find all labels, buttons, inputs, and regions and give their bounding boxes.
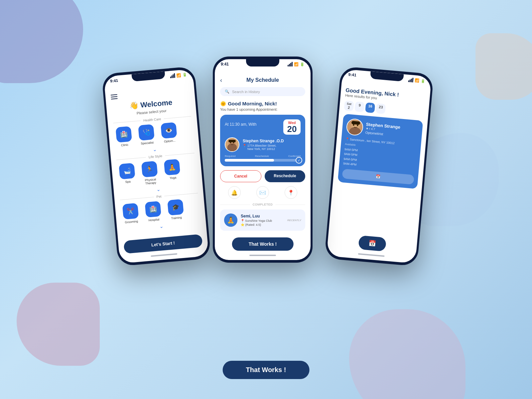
clinic-icon: 🏥	[115, 126, 132, 143]
book-icon: 📅	[376, 174, 381, 179]
notch-center	[246, 59, 279, 66]
label-reschedule: Reschedule	[255, 155, 269, 158]
card-top: At 11:30 am, With Wed 20	[225, 119, 301, 135]
right-doctor-avatar	[346, 118, 364, 136]
cal-day-sat[interactable]: Sat 2	[344, 100, 354, 111]
category-yoga[interactable]: 🧘 Yoga	[162, 159, 183, 184]
notification-button[interactable]: 🔔	[228, 186, 241, 199]
time-center: 9:41	[221, 62, 229, 66]
doctor-face-svg	[225, 137, 239, 152]
right-result-card: Stephen Strange ★ r 4.7 Optometirist 📍 S…	[337, 114, 423, 189]
completed-divider: COMPLETED	[220, 203, 305, 206]
wifi-center: 📶	[294, 62, 299, 66]
wifi-right: 📶	[414, 78, 419, 83]
completed-name: Semi, Luu	[241, 214, 272, 218]
action-buttons: Cancel Reschedule	[220, 170, 305, 182]
battery-icon: 🔋	[182, 72, 187, 77]
category-clinic[interactable]: 🏥 Clinic	[113, 126, 134, 148]
location-button[interactable]: 📍	[285, 186, 297, 199]
phone-left-screen: 9:41 📶 🔋	[104, 69, 209, 263]
center-title: My Schedule	[246, 77, 279, 83]
cal-day-9[interactable]: 9	[354, 101, 365, 112]
doctor-avatar	[225, 137, 239, 152]
home-indicator-center	[249, 255, 276, 256]
category-specialist[interactable]: 🩺 Specialist	[136, 124, 157, 146]
message-button[interactable]: ✉️	[256, 186, 269, 199]
cancel-button[interactable]: Cancel	[220, 170, 261, 182]
physical-therapy-icon: 🏃	[141, 161, 158, 178]
progress-labels: Required Reschedule Confirmed	[225, 155, 301, 158]
time-with-section: At 11:30 am, With	[225, 119, 256, 127]
specialist-icon: 🩺	[138, 124, 155, 141]
check-icon: ✓	[298, 159, 300, 162]
progress-fill: ✓	[225, 159, 274, 162]
appointment-count-text: You have 1 upcoming Appointment:	[220, 107, 305, 111]
cal-day-16[interactable]: 16	[365, 102, 375, 113]
progress-bar: ✓	[225, 159, 301, 162]
reschedule-button[interactable]: Reschedule	[265, 170, 305, 182]
icon-row: 🔔 ✉️ 📍	[220, 186, 305, 199]
doctor-face	[225, 138, 239, 151]
category-optom[interactable]: 👁️ Optom...	[159, 122, 180, 144]
progress-section: Required Reschedule Confirmed ✓	[225, 155, 301, 162]
welcome-section: 👋 Welcome Please select your	[111, 96, 191, 117]
phone-center: 9:41 📶 🔋 ‹ My Schedule 🔍	[213, 57, 313, 263]
place-pin-icon: 📍	[241, 219, 244, 222]
category-physical-therapy[interactable]: 🏃 Physical Therapy	[139, 161, 161, 186]
that-works-banner[interactable]: That Works !	[223, 361, 310, 379]
date-num: 20	[287, 125, 297, 133]
recently-badge: RECENTLY	[287, 219, 301, 222]
lets-start-button[interactable]: Let's Start !	[123, 234, 203, 254]
center-content: ‹ My Schedule 🔍 Search in History 🌞 Good…	[215, 68, 311, 260]
search-placeholder: Search in History	[232, 90, 260, 94]
category-grooming[interactable]: ✂️ Grooming	[120, 203, 141, 224]
search-bar[interactable]: 🔍 Search in History	[220, 87, 305, 96]
cal-day-23[interactable]: 23	[376, 103, 386, 114]
category-hospital[interactable]: 🏥 Hospital	[143, 201, 164, 222]
date-box: Wed 20	[283, 119, 301, 135]
phones-container: 9:41 📶 🔋	[116, 50, 416, 349]
health-care-grid: 🏥 Clinic 🩺 Specialist 👁️ Optom...	[113, 121, 193, 147]
completed-avatar: 🧘	[224, 213, 237, 227]
status-icons-right: 📶 🔋	[408, 77, 425, 83]
search-icon: 🔍	[225, 89, 229, 94]
signal-center	[288, 62, 293, 66]
bell-icon: 🔔	[231, 190, 238, 196]
category-spa[interactable]: 🛁 Spa	[117, 163, 138, 188]
battery-right: 🔋	[420, 78, 425, 83]
appointment-card: At 11:30 am, With Wed 20	[220, 115, 305, 166]
star-icon: ⭐	[241, 223, 244, 226]
pin-icon: 📍	[243, 144, 246, 147]
center-header: ‹ My Schedule	[220, 77, 305, 83]
battery-center: 🔋	[300, 62, 305, 66]
signal-right	[408, 77, 413, 82]
wifi-icon: 📶	[176, 73, 181, 77]
completed-label: COMPLETED	[253, 203, 273, 206]
phone-right: 9:41 📶 🔋 Good Evening, Nick ! Here	[324, 66, 434, 266]
label-required: Required	[225, 155, 235, 158]
optom-icon: 👁️	[161, 122, 177, 139]
completed-card: 🧘 Semi, Luu 📍 Sunshine Yoga Club ⭐ (Rate…	[220, 209, 305, 231]
time-text: At 11:30 am, With	[225, 122, 256, 127]
phone-left: 9:41 📶 🔋	[101, 66, 211, 266]
address-line1: 177A Bleecker Street,	[247, 144, 276, 147]
sun-emoji: 🌞	[220, 101, 226, 106]
right-content: Good Evening, Nick ! Here results for yo…	[327, 77, 431, 263]
time-right: 9:41	[348, 72, 356, 77]
that-works-button[interactable]: That Works !	[232, 237, 294, 251]
category-training[interactable]: 🎓 Training	[165, 199, 186, 220]
yoga-pose-icon: 🧘	[227, 216, 234, 224]
location-icon: 📍	[288, 190, 294, 196]
back-button[interactable]: ‹	[220, 77, 222, 84]
status-icons-left: 📶 🔋	[170, 72, 187, 78]
lifestyle-grid: 🛁 Spa 🏃 Physical Therapy 🧘 Yoga	[117, 158, 197, 188]
calendar-white-icon: 📅	[368, 239, 376, 247]
spa-icon: 🛁	[119, 163, 135, 180]
right-cta-button[interactable]: 📅	[358, 235, 386, 252]
doctor-name: Stephen Strange .O.D	[243, 139, 284, 143]
menu-icon[interactable]	[111, 94, 118, 99]
doctor-info: Stephen Strange .O.D 📍 177A Bleecker Str…	[243, 139, 284, 151]
pet-grid: ✂️ Grooming 🏥 Hospital 🎓 Training	[120, 198, 200, 224]
phone-right-screen: 9:41 📶 🔋 Good Evening, Nick ! Here	[327, 69, 432, 263]
right-doctor-info: Stephen Strange ★ r 4.7 Optometirist	[365, 122, 400, 137]
